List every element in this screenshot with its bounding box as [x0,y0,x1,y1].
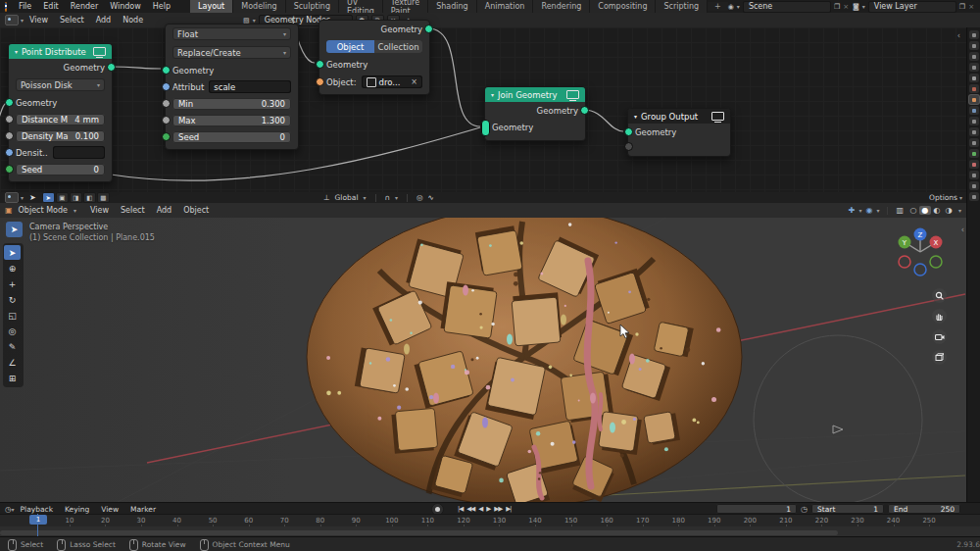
options-dropdown[interactable]: Options ▾ [929,193,962,202]
tab-scene-icon[interactable] [969,74,979,82]
snap-magnet-icon[interactable]: ∩ [385,193,391,202]
geometry-input-socket[interactable] [162,66,171,75]
string-input-socket[interactable] [5,148,14,157]
view-layer-name-field[interactable]: View Layer [868,1,956,13]
node-editor-menu-item[interactable]: Select [54,16,90,25]
topbar-menu-item[interactable]: Edit [37,2,65,11]
tab-modifiers-icon[interactable] [969,106,979,115]
workspace-tab[interactable]: Shading [428,0,477,13]
clear-object-icon[interactable]: × [411,77,417,86]
sidebar-toggle-arrow[interactable]: ‹ [961,225,964,234]
select-mode-tweak-button[interactable]: ➤ [42,192,55,203]
timeline-menu-item[interactable]: Playback [15,505,59,514]
topbar-menu-item[interactable]: Help [147,2,176,11]
proportional-editing-icon[interactable]: ◎ [416,193,423,202]
rotate-tool[interactable]: ↻ [4,292,21,307]
tab-constraints-icon[interactable] [969,138,979,147]
unlink-scene-icon[interactable]: × [843,3,849,11]
geometry-multi-input-socket[interactable] [481,120,490,136]
geometry-input-socket[interactable] [5,98,14,107]
viewport-3d[interactable]: ➤ Camera Perspective (1) Scene Collectio… [0,218,966,502]
cursor-tool[interactable]: ⊕ [4,261,21,276]
overlays-toggle-icon[interactable]: ◉ [865,206,872,215]
camera-view-button[interactable] [932,329,947,344]
object-input-socket[interactable] [316,77,324,86]
string-input-socket[interactable] [162,82,171,91]
current-frame-indicator[interactable]: 1 [29,515,47,525]
tab-texture-icon[interactable] [969,171,979,179]
select-mode-extend-button[interactable]: ◨ [70,192,82,203]
pan-hand-button[interactable] [932,309,947,324]
tab-physics-icon[interactable] [969,127,979,136]
display-icon[interactable] [566,90,579,99]
node-editor-menu-item[interactable]: View [24,16,54,25]
tab-object-data-icon[interactable] [969,149,979,158]
workspace-tab[interactable]: Compositing [590,0,656,13]
float-input-socket[interactable] [5,115,14,124]
new-view-layer-icon[interactable]: ❐ [959,3,965,11]
shading-material-button[interactable]: ◐ [931,206,943,215]
density-factor-field[interactable] [53,146,105,159]
next-keyframe-button[interactable]: ▶▶ [492,505,504,513]
transform-tool[interactable]: ◎ [4,324,21,338]
tab-tool-icon[interactable] [969,30,979,39]
annotate-tool[interactable]: ✎ [4,339,21,354]
play-button[interactable]: ▶ [484,505,492,513]
editor-type-icon[interactable] [5,15,19,25]
select-mode-new-button[interactable]: ▣ [56,192,69,203]
int-input-socket[interactable] [5,165,14,174]
geometry-input-socket[interactable] [624,127,633,136]
scene-name-field[interactable]: Scene [743,1,831,13]
float-input-socket[interactable] [162,99,171,108]
scale-tool[interactable]: ◱ [4,308,21,323]
measure-tool[interactable]: ∠ [4,355,21,370]
zoom-button[interactable] [932,288,947,303]
max-slider[interactable]: Max 1.300 [172,115,291,126]
tab-outliner-filter-icon[interactable] [969,181,979,190]
node-group-output[interactable]: ▾ Group Output Geometry [627,108,731,157]
move-tool[interactable]: + [4,276,21,291]
object-picker-field[interactable]: dro... × [362,75,422,88]
node-join-geometry[interactable]: ▾ Join Geometry Geometry Geometry [484,86,586,141]
seed-slider[interactable]: Seed 0 [172,131,291,143]
viewport-menu-item[interactable]: Add [151,206,178,215]
shading-solid-button[interactable]: ● [919,206,931,215]
collapse-arrow-icon[interactable]: ▾ [634,113,637,120]
scene-selector[interactable]: ◉▾ Scene ❐ × [728,1,849,13]
select-box-tool[interactable]: ➤ [4,245,21,260]
int-input-socket[interactable] [162,132,171,141]
display-icon[interactable] [93,47,106,56]
workspace-tab[interactable]: Modeling [233,0,285,13]
select-mode-subtract-button[interactable]: ◧ [83,192,96,203]
add-workspace-button[interactable]: + [708,2,728,11]
proportional-falloff-icon[interactable]: ∿ [428,193,434,202]
float-input-socket[interactable] [162,116,171,125]
timeline-track[interactable] [0,526,980,536]
tab-particles-icon[interactable] [969,117,979,125]
gizmo-toggle-icon[interactable]: ✚ [849,206,856,215]
empty-input-socket[interactable] [624,142,633,151]
current-frame-field[interactable]: 1 [716,504,797,514]
view-layer-selector[interactable]: ◙▾ View Layer ❐ × [853,1,974,13]
timeline-menu-item[interactable]: Keying [59,505,95,514]
remove-view-layer-icon[interactable]: × [968,3,974,11]
min-slider[interactable]: Min 0.300 [172,98,291,110]
topbar-menu-item[interactable]: Window [104,2,147,11]
collapse-arrow-icon[interactable]: ▾ [491,91,494,98]
topbar-menu-item[interactable]: File [13,2,37,11]
timeline-menu-item[interactable]: View [95,505,124,514]
tab-output-icon[interactable] [969,52,979,61]
timeline-scrollbar[interactable] [0,530,838,535]
timeline-menu-item[interactable]: Marker [124,505,162,514]
new-scene-icon[interactable]: ❐ [834,3,840,11]
tab-material-icon[interactable] [969,160,979,169]
orientation-dropdown[interactable]: Global [335,193,359,202]
topbar-menu-item[interactable]: Render [65,2,104,11]
node-attribute-randomize[interactable]: Float ▾ Replace/Create ▾ Geometry Attrib… [165,24,299,150]
viewport-menu-item[interactable]: Select [115,206,151,215]
node-header[interactable]: ▾ Join Geometry [485,87,585,102]
tab-editor-menu-icon[interactable] [969,192,979,201]
collapse-arrow-icon[interactable]: ▾ [15,48,18,55]
prev-keyframe-button[interactable]: ◀◀ [465,505,476,513]
geometry-output-socket[interactable] [424,25,433,33]
